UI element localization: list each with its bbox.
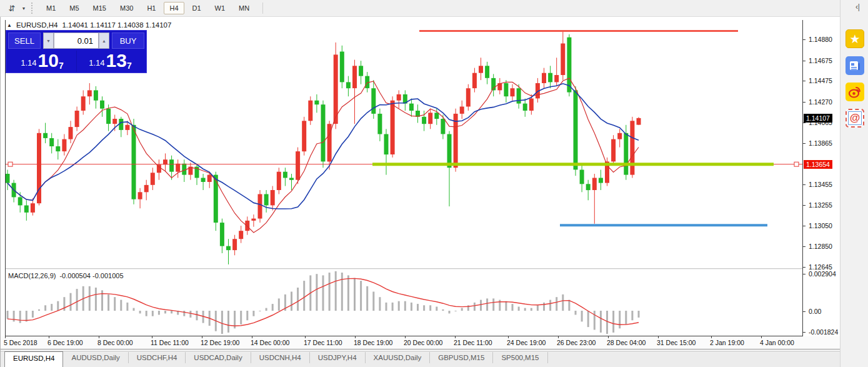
sell-button[interactable]: SELL [8, 33, 41, 49]
candle-body [586, 184, 591, 190]
macd-indicator-plot[interactable] [6, 271, 802, 335]
axis-tick [803, 123, 806, 123]
candle-body [132, 125, 136, 199]
candle-body [56, 146, 60, 151]
candle-body [441, 119, 445, 134]
favorites-star-icon[interactable]: ★ [846, 29, 864, 48]
chart-type-icon[interactable]: ⇵ [4, 2, 20, 14]
macd-histogram-bar [107, 294, 109, 311]
chart-symbol-label: EURUSD,H4 [16, 21, 57, 29]
chart-type-dropdown-icon[interactable]: ▼ [20, 2, 27, 14]
macd-histogram-bar [133, 308, 135, 311]
timeframe-d1-button[interactable]: D1 [187, 2, 207, 14]
price-axis[interactable]: 1.148801.146751.144751.142701.140651.138… [803, 17, 841, 351]
candle-body [182, 164, 186, 175]
price-axis-label: 1.14675 [809, 57, 832, 64]
volume-input[interactable]: 0.01 [54, 33, 99, 49]
macd-histogram-bar [354, 278, 356, 311]
tab-eurusd-h4[interactable]: EURUSD,H4 [4, 351, 63, 367]
sell-price-sup: 7 [59, 61, 64, 70]
candle-body [434, 113, 439, 119]
mail-at-icon[interactable]: @ [846, 109, 864, 128]
hline-1.13654-handle[interactable] [794, 162, 799, 166]
candle-body [391, 101, 395, 154]
candle-body [201, 178, 206, 183]
volume-decrease-button[interactable]: ▼ [43, 33, 54, 49]
toolbar-drag-handle[interactable] [31, 3, 34, 14]
candle-body [624, 133, 628, 175]
sidebar-collapse-icon[interactable]: ‹| [856, 3, 860, 11]
candle-body [548, 73, 552, 83]
macd-histogram-bar [442, 309, 444, 311]
timeframe-m5-button[interactable]: M5 [64, 2, 84, 14]
macd-histogram-bar [594, 311, 596, 330]
macd-histogram-bar [543, 303, 545, 311]
macd-histogram-bar [531, 308, 532, 311]
time-axis-tick [355, 336, 356, 338]
macd-histogram-bar [164, 311, 166, 313]
macd-histogram-bar [89, 286, 91, 311]
timeframe-m15-button[interactable]: M15 [87, 2, 112, 14]
candle-body [447, 134, 452, 168]
candle-body [472, 73, 477, 88]
macd-histogram-bar [556, 297, 557, 311]
time-axis-tick [99, 336, 99, 338]
time-axis-tick [152, 336, 152, 338]
price-axis-label: 1.13255 [809, 201, 832, 209]
timeframe-h1-button[interactable]: H1 [141, 2, 161, 14]
timeframe-w1-button[interactable]: W1 [209, 2, 231, 14]
tab-usdcnh-h4[interactable]: USDCNH,H4 [251, 352, 310, 363]
time-axis-label: 8 Dec 00:00 [97, 339, 133, 346]
macd-histogram-bar [322, 275, 324, 311]
macd-histogram-bar [562, 294, 564, 311]
macd-histogram-bar [474, 303, 476, 311]
tab-usdcad-daily[interactable]: USDCAD,Daily [186, 352, 251, 363]
candle-body [302, 121, 306, 151]
macd-histogram-bar [568, 300, 570, 311]
volume-increase-button[interactable]: ▲ [99, 33, 109, 49]
macd-histogram-bar [278, 298, 280, 311]
tab-usdjpy-h4[interactable]: USDJPY,H4 [310, 352, 366, 363]
weibo-icon[interactable] [846, 83, 864, 101]
timeframe-h4-button[interactable]: H4 [164, 2, 184, 14]
axis-tick [803, 143, 806, 144]
macd-histogram-bar [266, 308, 267, 311]
candle-body [258, 194, 262, 219]
axis-tick [803, 81, 806, 81]
axis-tick [803, 102, 806, 103]
tab-usdchf-h4[interactable]: USDCHF,H4 [129, 352, 186, 363]
tab-sp500-m15[interactable]: SP500,M15 [493, 352, 547, 363]
timeframe-m30-button[interactable]: M30 [114, 2, 139, 14]
timeframe-mn-button[interactable]: MN [233, 2, 255, 14]
buy-price-sup: 7 [127, 61, 132, 70]
macd-histogram-bar [524, 308, 526, 311]
macd-histogram-bar [411, 303, 412, 311]
timeframe-m1-button[interactable]: M1 [41, 2, 61, 14]
candle-body [43, 133, 47, 138]
price-axis-label: 1.13865 [809, 139, 832, 147]
collapse-panel-icon[interactable]: ▲ [7, 23, 12, 28]
price-axis-label: 1.14880 [809, 36, 832, 43]
macd-histogram-bar [549, 300, 551, 311]
tab-xauusd-daily[interactable]: XAUUSD,Daily [366, 352, 431, 363]
news-feed-icon[interactable] [846, 56, 864, 75]
candle-body [409, 104, 414, 111]
hline-1.13654-handle[interactable] [8, 162, 12, 166]
price-axis-label: -0.001824 [809, 328, 838, 336]
tab-audusd-daily[interactable]: AUDUSD,Daily [63, 352, 128, 363]
candle-body [207, 175, 212, 182]
macd-histogram-bar [404, 301, 406, 311]
pane-separator[interactable] [5, 268, 841, 269]
sell-price[interactable]: 1.14 10 7 [8, 49, 76, 71]
tab-gbpusd-m15[interactable]: GBPUSD,M15 [430, 352, 493, 363]
macd-histogram-bar [335, 271, 337, 311]
one-click-trading-panel: SELL ▼ 0.01 ▲ BUY 1.14 10 7 1.14 13 7 [6, 30, 147, 73]
buy-button[interactable]: BUY [112, 33, 144, 49]
time-axis-tick [305, 336, 306, 338]
candle-body [226, 246, 231, 251]
macd-histogram-bar [386, 303, 387, 311]
buy-price[interactable]: 1.14 13 7 [76, 49, 144, 71]
time-axis[interactable]: 5 Dec 20186 Dec 19:008 Dec 00:0011 Dec 1… [1, 336, 841, 349]
candle-body [176, 164, 180, 172]
time-axis-label: 26 Dec 23:00 [557, 339, 596, 346]
